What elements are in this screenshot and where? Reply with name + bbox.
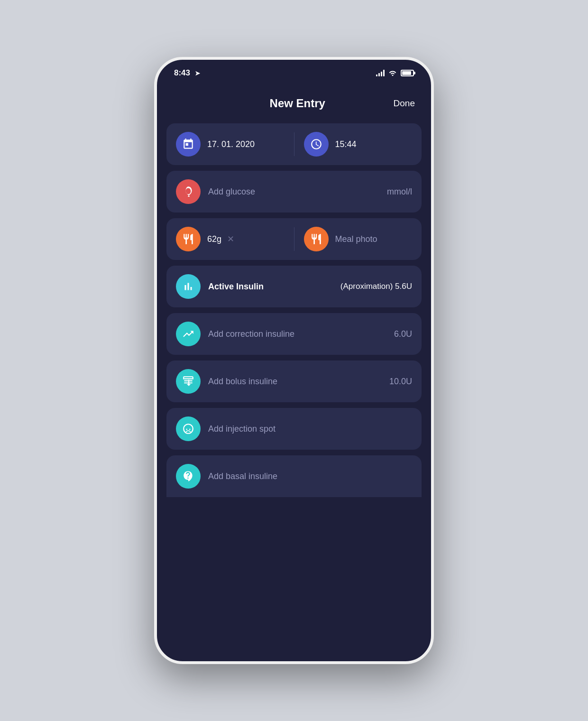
- datetime-card[interactable]: 17. 01. 2020 15:44: [166, 123, 422, 165]
- clock-icon: [304, 132, 329, 157]
- injection-card[interactable]: Add injection spot: [166, 408, 422, 450]
- correction-placeholder: Add correction insuline: [208, 329, 394, 339]
- time-value: 15:44: [335, 139, 357, 149]
- battery-icon: [401, 70, 414, 76]
- correction-value: 6.0U: [394, 329, 412, 339]
- meal-photo-label: Meal photo: [335, 234, 377, 244]
- active-insulin-icon: [176, 274, 201, 299]
- meal-grams-value: 62g: [207, 234, 221, 244]
- active-insulin-card[interactable]: Active Insulin (Aproximation) 5.6U: [166, 266, 422, 307]
- meal-icon-right: [304, 227, 329, 251]
- bolus-placeholder: Add bolus insuline: [208, 377, 389, 387]
- bolus-icon: [176, 369, 201, 394]
- correction-card[interactable]: Add correction insuline 6.0U: [166, 313, 422, 355]
- bolus-value: 10.0U: [389, 377, 412, 387]
- basal-placeholder: Add basal insuline: [208, 471, 412, 481]
- phone-shell: 8:43 ➤ New Entry Done: [154, 57, 434, 664]
- meal-grams-section[interactable]: 62g ✕: [166, 218, 294, 260]
- meal-card[interactable]: 62g ✕ Meal photo: [166, 218, 422, 260]
- time-display: 8:43: [174, 68, 190, 78]
- glucose-placeholder: Add glucose: [208, 187, 387, 197]
- time-section[interactable]: 15:44: [294, 123, 422, 165]
- header: New Entry Done: [166, 87, 422, 123]
- location-icon: ➤: [195, 70, 200, 77]
- date-section[interactable]: 17. 01. 2020: [166, 123, 294, 165]
- page-title: New Entry: [202, 97, 394, 110]
- main-content: New Entry Done 17. 01. 2020: [157, 83, 431, 507]
- injection-placeholder: Add injection spot: [208, 424, 412, 434]
- meal-clear-icon[interactable]: ✕: [227, 234, 234, 244]
- basal-card[interactable]: Add basal insuline: [166, 455, 422, 497]
- status-bar: 8:43 ➤: [157, 60, 431, 83]
- bolus-card[interactable]: Add bolus insuline 10.0U: [166, 360, 422, 402]
- calendar-icon: [176, 132, 201, 157]
- status-left: 8:43 ➤: [174, 68, 200, 78]
- date-value: 17. 01. 2020: [207, 139, 255, 149]
- glucose-unit: mmol/l: [387, 187, 412, 197]
- active-insulin-label: Active Insulin: [208, 282, 340, 292]
- done-button[interactable]: Done: [394, 98, 415, 109]
- meal-icon-left: [176, 227, 201, 251]
- active-insulin-value: (Aproximation) 5.6U: [340, 282, 412, 291]
- basal-icon: [176, 464, 201, 489]
- meal-photo-section[interactable]: Meal photo: [294, 218, 422, 260]
- wifi-icon: [388, 69, 397, 77]
- glucose-icon: [176, 179, 201, 204]
- status-right: [376, 69, 414, 77]
- signal-bars-icon: [376, 70, 385, 76]
- injection-icon: [176, 416, 201, 441]
- glucose-card[interactable]: Add glucose mmol/l: [166, 171, 422, 213]
- correction-icon: [176, 322, 201, 346]
